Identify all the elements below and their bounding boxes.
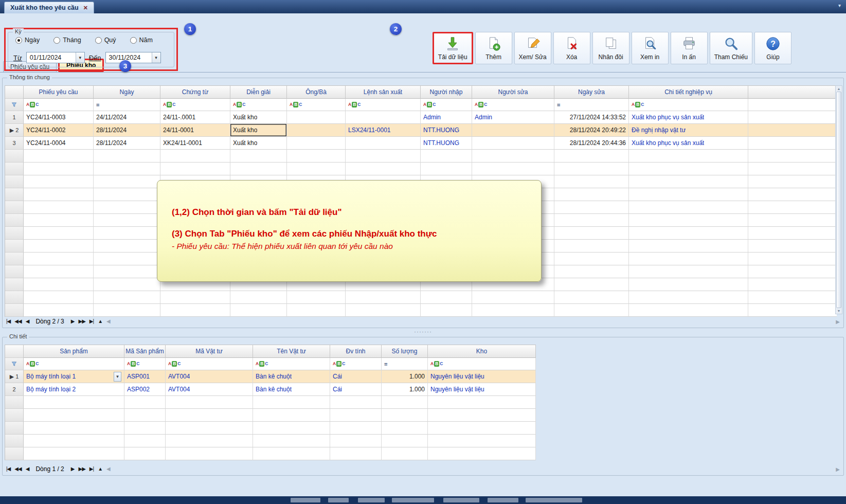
nav-last-button[interactable]: ▶| (89, 319, 94, 324)
column-header[interactable]: Chi tiết nghiệp vụ (629, 86, 748, 99)
column-header[interactable]: Người sửa (472, 86, 554, 99)
grid-cell[interactable]: Xuất kho (230, 124, 287, 137)
nav-next-page-button[interactable]: ▶▶ (78, 466, 85, 472)
grid-cell[interactable] (472, 137, 554, 150)
nav-prev-page-button[interactable]: ◀◀ (14, 319, 21, 324)
nav-edit-button[interactable]: ◀ (106, 319, 110, 324)
grid-cell[interactable]: Đề nghị nhập vật tư (629, 124, 748, 137)
filter-cell[interactable]: = (382, 358, 428, 370)
grid-cell[interactable]: Admin (421, 111, 472, 124)
grid-cell[interactable] (287, 124, 346, 137)
toolbar-button[interactable]: Thêm (475, 32, 512, 64)
grid-cell[interactable]: LSX24/11-0001 (346, 124, 421, 137)
filter-cell[interactable]: ABC (24, 99, 94, 111)
close-icon[interactable]: ✕ (83, 5, 88, 11)
vertical-scrollbar[interactable]: ▲ ▼ (835, 85, 842, 314)
filter-cell[interactable]: ABC (287, 99, 346, 111)
column-header[interactable]: Phiếu yêu cầu (24, 86, 94, 99)
filter-cell[interactable]: ABC (346, 99, 421, 111)
grid-cell[interactable]: Xuất kho phục vụ sản xuất (629, 111, 748, 124)
column-header[interactable]: Ông/Bà (287, 86, 346, 99)
grid-cell[interactable] (287, 137, 346, 150)
column-header[interactable]: Chứng từ (160, 86, 230, 99)
filter-cell[interactable]: ABC (472, 99, 554, 111)
column-header[interactable]: Sản phẩm (24, 345, 124, 358)
filter-cell[interactable]: ABC (230, 99, 287, 111)
column-header[interactable]: Lệnh sản xuất (346, 86, 421, 99)
toolbar-button[interactable]: ?Giúp (754, 32, 791, 64)
period-radio[interactable]: Ngày (15, 37, 40, 44)
grid-cell[interactable]: NTT.HUONG (421, 124, 472, 137)
scroll-down-icon[interactable]: ▼ (837, 309, 841, 313)
toolbar-button[interactable]: Tham Chiếu (710, 32, 752, 64)
grid-cell[interactable]: 27/11/2024 14:33:52 (554, 111, 629, 124)
grid-cell[interactable]: Admin (472, 111, 554, 124)
chevron-down-icon[interactable]: ▾ (152, 52, 160, 63)
filter-cell[interactable]: ABC (24, 358, 124, 370)
column-header[interactable]: Ngày sửa (554, 86, 629, 99)
grid-cell[interactable]: ASP002 (124, 383, 166, 396)
grid-cell[interactable]: Bộ máy tính loại 1▼ (24, 370, 124, 383)
nav-collapse-button[interactable]: ▲ (98, 319, 102, 324)
grid-cell[interactable]: YC24/11-0002 (24, 124, 94, 137)
toolbar-button[interactable]: Xem in (632, 32, 669, 64)
nav-prev-button[interactable]: ◀ (26, 319, 29, 324)
filter-cell[interactable]: ABC (629, 99, 748, 111)
grid-cell[interactable]: 24/11-0001 (160, 124, 230, 137)
filter-cell[interactable]: ABC (253, 358, 330, 370)
nav-edit-button[interactable]: ◀ (106, 466, 110, 472)
chevron-down-icon[interactable]: ▼ (114, 372, 121, 382)
grid-cell[interactable]: Xuất kho phục vụ sản xuất (629, 137, 748, 150)
column-header[interactable]: Mã Vật tư (166, 345, 253, 358)
grid-cell[interactable] (346, 111, 421, 124)
column-header[interactable]: Người nhập (421, 86, 472, 99)
grid-cell[interactable]: Cái (330, 370, 382, 383)
nav-next-button[interactable]: ▶ (71, 466, 75, 472)
scroll-up-icon[interactable]: ▲ (837, 87, 841, 91)
hscroll-right-arrow[interactable]: ▶ (836, 466, 840, 472)
scrollbar-thumb[interactable] (836, 92, 841, 308)
filter-cell[interactable]: ABC (160, 99, 230, 111)
grid-cell[interactable]: AVT004 (166, 370, 253, 383)
document-tab[interactable]: Xuất kho theo yêu cầu ✕ (4, 2, 94, 13)
nav-first-button[interactable]: |◀ (6, 466, 10, 472)
period-radio[interactable]: Năm (130, 37, 153, 44)
grid-cell[interactable]: NTT.HUONG (421, 137, 472, 150)
grid-cell[interactable]: 1.000 (382, 370, 428, 383)
grid-cell[interactable]: Cái (330, 383, 382, 396)
nav-last-button[interactable]: ▶| (89, 466, 94, 472)
toolbar-button[interactable]: Xóa (553, 32, 590, 64)
splitter-handle[interactable]: ······· (0, 329, 846, 335)
period-radio[interactable]: Quý (95, 37, 116, 44)
grid-cell[interactable]: 28/11/2024 20:44:36 (554, 137, 629, 150)
column-header[interactable]: Đv tính (330, 345, 382, 358)
grid-cell[interactable]: 28/11/2024 (94, 137, 160, 150)
grid-cell[interactable]: XK24/11-0001 (160, 137, 230, 150)
from-date-input[interactable]: 01/11/2024 ▾ (26, 52, 85, 63)
toolbar-button[interactable]: Nhân đôi (592, 32, 629, 64)
filter-cell[interactable]: ABC (330, 358, 382, 370)
grid-cell[interactable]: Xuất kho (230, 137, 287, 150)
grid-cell[interactable]: 28/11/2024 20:49:22 (554, 124, 629, 137)
chevron-down-icon[interactable]: ▾ (838, 3, 841, 8)
grid-cell[interactable]: YC24/11-0004 (24, 137, 94, 150)
filter-cell[interactable]: ABC (166, 358, 253, 370)
grid-cell[interactable]: 24/11-.0001 (160, 111, 230, 124)
to-date-input[interactable]: 30/11/2024 ▾ (105, 52, 161, 63)
nav-first-button[interactable]: |◀ (6, 319, 10, 324)
nav-next-page-button[interactable]: ▶▶ (78, 319, 85, 324)
nav-prev-button[interactable]: ◀ (26, 466, 29, 472)
grid-cell[interactable]: Nguyên liệu vật liệu (428, 383, 536, 396)
grid-cell[interactable] (346, 137, 421, 150)
nav-next-button[interactable]: ▶ (71, 319, 75, 324)
filter-cell[interactable]: ABC (124, 358, 166, 370)
grid-cell[interactable]: AVT004 (166, 383, 253, 396)
column-header[interactable]: Mã Sản phẩm (124, 345, 166, 358)
column-header[interactable]: Ngày (94, 86, 160, 99)
column-header[interactable]: Số lượng (382, 345, 428, 358)
grid-cell[interactable]: 24/11/2024 (94, 111, 160, 124)
grid-cell[interactable]: 28/11/2024 (94, 124, 160, 137)
filter-cell[interactable]: ABC (428, 358, 536, 370)
column-header[interactable]: Diễn giải (230, 86, 287, 99)
filter-cell[interactable]: = (94, 99, 160, 111)
